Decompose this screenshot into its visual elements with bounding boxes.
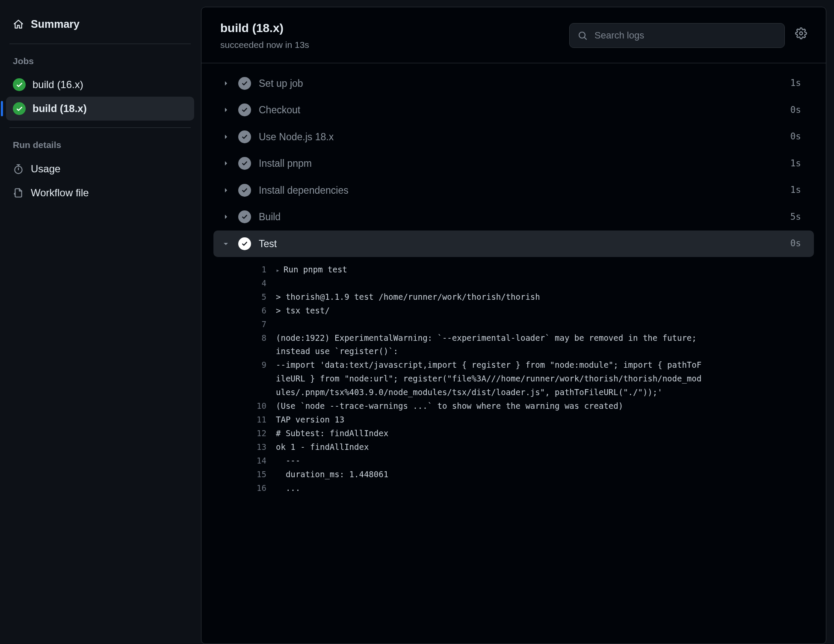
check-circle-icon — [238, 157, 251, 170]
chevron-right-icon — [221, 159, 231, 168]
log-line-number: 15 — [241, 468, 271, 482]
step-row[interactable]: Install pnpm1s — [213, 150, 814, 177]
log-line: 13ok 1 - findAllIndex — [241, 440, 706, 454]
log-line-number: 16 — [241, 482, 271, 495]
stopwatch-icon — [13, 163, 24, 174]
chevron-right-icon — [221, 186, 231, 195]
log-line-number: 1 — [241, 263, 271, 277]
step-duration: 1s — [790, 157, 801, 171]
step-duration: 1s — [790, 77, 801, 90]
sidebar-job-build-18x[interactable]: build (18.x) — [6, 97, 194, 121]
log-line: 9--import 'data:text/javascript,import {… — [241, 358, 706, 399]
search-box[interactable] — [569, 23, 785, 48]
page-subtitle: succeeded now in 13s — [220, 38, 309, 52]
sidebar-workflow-file[interactable]: Workflow file — [6, 181, 194, 205]
sidebar: Summary Jobs build (16.x) build (18.x) R… — [0, 0, 201, 644]
log-line-number: 4 — [241, 277, 271, 290]
step-row[interactable]: Install dependencies1s — [213, 177, 814, 204]
step-duration: 0s — [790, 130, 801, 144]
step-row[interactable]: Test0s — [213, 230, 814, 257]
sidebar-summary-label: Summary — [31, 16, 80, 32]
main-panel: build (18.x) succeeded now in 13s Set up… — [201, 7, 826, 644]
log-line: 11TAP version 13 — [241, 413, 706, 427]
log-line: 5> thorish@1.1.9 test /home/runner/work/… — [241, 290, 706, 304]
steps-list: Set up job1sCheckout0sUse Node.js 18.x0s… — [201, 63, 826, 257]
chevron-right-icon — [221, 105, 231, 115]
check-circle-icon — [238, 103, 251, 116]
log-line: 15 duration_ms: 1.448061 — [241, 468, 706, 482]
page-title: build (18.x) — [220, 19, 309, 37]
check-circle-icon — [238, 130, 251, 143]
gear-icon — [795, 27, 807, 43]
log-output: 1Run pnpm test45> thorish@1.1.9 test /ho… — [201, 257, 826, 508]
workflow-file-icon — [13, 187, 24, 198]
settings-button[interactable] — [793, 28, 809, 43]
log-line-text: (node:1922) ExperimentalWarning: `--expe… — [271, 331, 706, 359]
step-name: Set up job — [259, 76, 783, 91]
title-block: build (18.x) succeeded now in 13s — [220, 19, 309, 52]
step-name: Use Node.js 18.x — [259, 130, 783, 145]
step-duration: 0s — [790, 237, 801, 251]
sidebar-usage[interactable]: Usage — [6, 157, 194, 181]
log-line-number: 12 — [241, 427, 271, 440]
log-line: 12# Subtest: findAllIndex — [241, 427, 706, 440]
log-line-text: TAP version 13 — [271, 413, 706, 427]
log-line-text: Run pnpm test — [271, 263, 706, 277]
check-circle-icon — [238, 210, 251, 223]
step-row[interactable]: Use Node.js 18.x0s — [213, 124, 814, 151]
main-header: build (18.x) succeeded now in 13s — [201, 7, 826, 63]
step-name: Install pnpm — [259, 156, 783, 171]
check-circle-icon — [13, 102, 26, 115]
log-line: 14 --- — [241, 454, 706, 468]
step-duration: 1s — [790, 183, 801, 197]
sidebar-job-build-16x[interactable]: build (16.x) — [6, 73, 194, 97]
chevron-right-icon — [221, 79, 231, 88]
step-row[interactable]: Set up job1s — [213, 70, 814, 97]
search-icon — [577, 30, 588, 41]
chevron-right-icon — [221, 212, 231, 222]
log-line-text: > tsx test/ — [271, 304, 706, 318]
divider — [9, 44, 191, 44]
log-line-number: 9 — [241, 358, 271, 372]
step-name: Build — [259, 210, 783, 225]
log-line-text: (Use `node --trace-warnings ...` to show… — [271, 399, 706, 413]
log-line-text: --- — [271, 454, 706, 468]
sidebar-job-label: build (18.x) — [33, 101, 87, 116]
log-line-number: 10 — [241, 399, 271, 413]
check-circle-icon — [238, 184, 251, 197]
log-line-number: 13 — [241, 440, 271, 454]
log-line: 6> tsx test/ — [241, 304, 706, 318]
log-line: 10(Use `node --trace-warnings ...` to sh… — [241, 399, 706, 413]
step-duration: 5s — [790, 210, 801, 224]
log-line-number: 5 — [241, 290, 271, 304]
log-line[interactable]: 1Run pnpm test — [241, 263, 706, 277]
step-duration: 0s — [790, 103, 801, 117]
log-line-number: 7 — [241, 318, 271, 331]
sidebar-item-label: Usage — [31, 161, 60, 177]
step-row[interactable]: Build5s — [213, 204, 814, 230]
log-line-text: duration_ms: 1.448061 — [271, 468, 706, 482]
log-line-text: ... — [271, 482, 706, 495]
sidebar-jobs-heading: Jobs — [6, 51, 194, 73]
log-line-text: > thorish@1.1.9 test /home/runner/work/t… — [271, 290, 706, 304]
log-line: 7 — [241, 318, 706, 331]
log-line-text: # Subtest: findAllIndex — [271, 427, 706, 440]
log-line: 8(node:1922) ExperimentalWarning: `--exp… — [241, 331, 706, 359]
divider — [9, 127, 191, 128]
search-input[interactable] — [594, 30, 777, 41]
sidebar-job-label: build (16.x) — [33, 77, 83, 92]
sidebar-summary[interactable]: Summary — [6, 12, 194, 37]
check-circle-icon — [238, 77, 251, 90]
log-line-text: --import 'data:text/javascript,import { … — [271, 358, 706, 399]
log-line: 16 ... — [241, 482, 706, 495]
log-line-number: 6 — [241, 304, 271, 318]
home-icon — [13, 19, 24, 30]
log-line-number: 8 — [241, 331, 271, 345]
svg-point-2 — [800, 32, 803, 35]
step-row[interactable]: Checkout0s — [213, 97, 814, 124]
log-line: 4 — [241, 277, 706, 290]
log-line-number: 14 — [241, 454, 271, 468]
step-name: Checkout — [259, 103, 783, 118]
sidebar-item-label: Workflow file — [31, 185, 89, 201]
chevron-down-icon — [221, 239, 231, 248]
